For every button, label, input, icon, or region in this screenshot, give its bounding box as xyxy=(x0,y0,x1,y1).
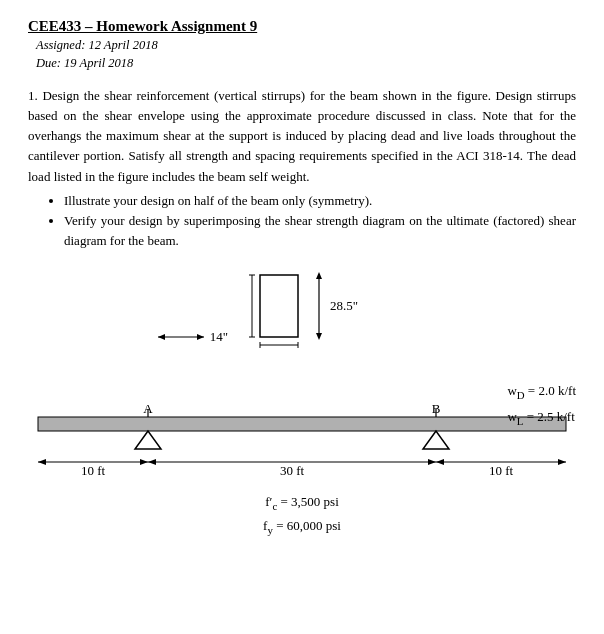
beam-cross-svg xyxy=(246,269,306,339)
page-container: CEE433 – Homework Assignment 9 Assigned:… xyxy=(28,18,576,539)
svg-marker-9 xyxy=(316,333,322,340)
svg-marker-23 xyxy=(148,459,156,465)
bullet-list: Illustrate your design on half of the be… xyxy=(64,191,576,251)
svg-marker-15 xyxy=(423,431,449,449)
svg-rect-13 xyxy=(38,417,566,431)
problem-number: 1. xyxy=(28,88,38,103)
due-date: Due: 19 April 2018 xyxy=(36,55,576,73)
svg-marker-8 xyxy=(316,272,322,279)
width-dim-row: 14" xyxy=(156,329,228,345)
svg-text:10 ft: 10 ft xyxy=(489,463,514,477)
material-props: f′c = 3,500 psi fy = 60,000 psi xyxy=(28,491,576,539)
depth-label: 28.5" xyxy=(330,298,358,314)
problem-section: 1. Design the shear reinforcement (verti… xyxy=(28,86,576,251)
dim-labels: 28.5" xyxy=(310,269,358,341)
title: CEE433 – Homework Assignment 9 xyxy=(28,18,576,35)
svg-marker-14 xyxy=(135,431,161,449)
svg-marker-11 xyxy=(158,334,165,340)
cross-section-container: 28.5" xyxy=(246,269,358,341)
svg-marker-12 xyxy=(197,334,204,340)
fy-label: fy = 60,000 psi xyxy=(263,515,341,539)
elevation-section: wD = 2.0 k/ft wL = 2.5 k/ft A B 10 ft xyxy=(28,387,576,477)
svg-text:10 ft: 10 ft xyxy=(81,463,106,477)
live-load-label: wL = 2.5 k/ft xyxy=(507,405,576,431)
bullet-1: Illustrate your design on half of the be… xyxy=(64,191,576,211)
live-subscript: L xyxy=(517,415,524,427)
svg-marker-19 xyxy=(38,459,46,465)
fc-label: f′c = 3,500 psi xyxy=(265,491,339,515)
depth-dim: 28.5" xyxy=(310,271,358,341)
problem-text: Design the shear reinforcement (vertical… xyxy=(28,88,576,184)
svg-marker-24 xyxy=(428,459,436,465)
svg-marker-28 xyxy=(558,459,566,465)
bullet-2: Verify your design by superimposing the … xyxy=(64,211,576,251)
dead-load-label: wD = 2.0 k/ft xyxy=(507,379,576,405)
width-label: 14" xyxy=(210,329,228,345)
elevation-svg: A B 10 ft 30 ft 10 ft xyxy=(28,387,576,477)
assigned-date: Assigned: 12 April 2018 xyxy=(36,37,576,55)
svg-text:30 ft: 30 ft xyxy=(280,463,305,477)
svg-marker-20 xyxy=(140,459,148,465)
svg-marker-27 xyxy=(436,459,444,465)
cross-section-diagram: 28.5" 14" xyxy=(28,269,576,345)
svg-rect-0 xyxy=(260,275,298,337)
dead-subscript: D xyxy=(517,389,525,401)
loads-labels: wD = 2.0 k/ft wL = 2.5 k/ft xyxy=(507,379,576,431)
